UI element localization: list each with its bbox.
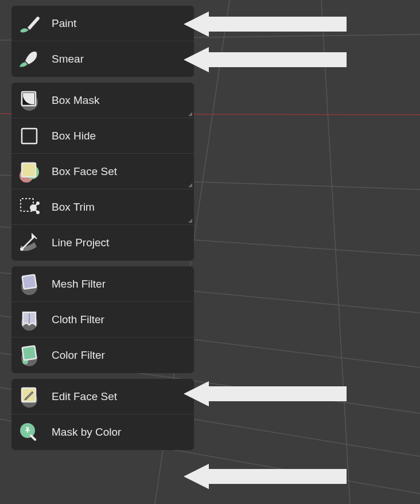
callout-arrow-color-filter [184,381,347,406]
svg-rect-29 [22,346,37,360]
tool-line-project[interactable]: Line Project [11,225,194,261]
tool-color-filter[interactable]: Color Filter [11,338,194,373]
tool-box-face-set[interactable]: Box Face Set [11,154,194,189]
tool-label: Box Face Set [52,165,117,178]
tool-label: Cloth Filter [52,313,104,326]
box-face-set-icon [17,160,41,184]
svg-point-20 [36,211,40,214]
tool-panel: Paint Smear Box Mask [11,6,194,456]
tool-paint[interactable]: Paint [11,6,194,41]
line-project-icon [17,231,41,255]
tool-group-box: Box Mask Box Hide Box Face Set [11,83,194,261]
tool-box-hide[interactable]: Box Hide [11,118,194,154]
mesh-filter-icon [17,272,41,296]
smear-icon [17,47,41,71]
tool-mesh-filter[interactable]: Mesh Filter [11,266,194,302]
box-mask-icon [17,88,41,113]
box-hide-icon [17,124,41,148]
tool-label: Line Project [52,237,109,249]
tool-label: Box Hide [52,130,96,142]
svg-point-22 [20,247,24,251]
svg-line-10 [321,0,350,504]
tool-label: Smear [52,53,84,65]
tool-mask-by-color[interactable]: Mask by Color [11,414,194,450]
color-filter-icon [17,343,41,367]
tool-label: Box Trim [52,201,95,214]
tool-label: Box Mask [52,94,99,107]
box-trim-icon [17,195,41,219]
tool-box-trim[interactable]: Box Trim [11,189,194,225]
mask-by-color-icon [17,420,41,444]
svg-rect-24 [22,274,37,289]
tool-group-edit: Edit Face Set Mask by Color [11,379,194,450]
tool-group-filter: Mesh Filter Cloth Filter Color Filter [11,266,194,373]
svg-rect-16 [22,163,36,177]
tool-edit-face-set[interactable]: Edit Face Set [11,379,194,414]
svg-point-19 [36,201,40,205]
tool-smear[interactable]: Smear [11,41,194,77]
expand-indicator [188,219,192,223]
tool-cloth-filter[interactable]: Cloth Filter [11,302,194,338]
tool-group-paint: Paint Smear [11,6,194,77]
callout-arrow-smear [184,47,347,72]
callout-arrow-paint [184,11,347,37]
svg-rect-13 [22,129,37,144]
expand-indicator [188,112,192,116]
tool-label: Mask by Color [52,426,121,439]
paint-icon [17,11,41,36]
tool-label: Paint [52,17,76,30]
tool-box-mask[interactable]: Box Mask [11,83,194,118]
edit-face-set-icon [17,385,41,409]
callout-arrow-mask-by-color [184,464,347,489]
tool-label: Edit Face Set [52,390,117,403]
cloth-filter-icon [17,308,41,332]
expand-indicator [188,183,192,187]
tool-label: Mesh Filter [52,278,106,290]
tool-label: Color Filter [52,349,105,362]
